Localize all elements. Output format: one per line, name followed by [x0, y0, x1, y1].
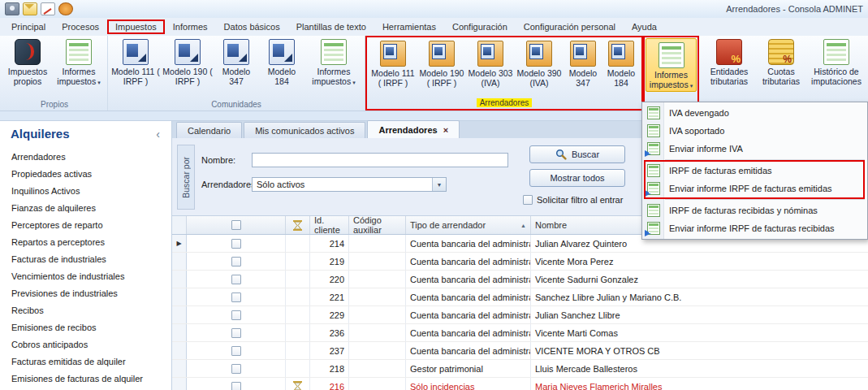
ribbon-button[interactable]: Modelo 184▾ — [602, 37, 640, 88]
sidebar-item[interactable]: Recibos — [0, 302, 171, 319]
row-checkbox[interactable] — [231, 239, 241, 249]
ribbon-group-label: Propios — [3, 99, 106, 110]
ribbon-button[interactable]: Modelo 190 ( IRPF )▾ — [162, 36, 214, 86]
column-header-id[interactable]: Id. cliente — [310, 216, 349, 234]
menu-item[interactable]: Enviar informe IRPF de facturas emitidas — [642, 180, 867, 197]
ribbon-button[interactable]: Cuotas tributarias▾ — [756, 36, 806, 86]
arrendadores-select[interactable]: Sólo activos ▼ — [252, 177, 447, 192]
column-header-tipo[interactable]: Tipo de arrendador▲ — [406, 216, 531, 234]
ribbon-button[interactable]: Modelo 347▾ — [564, 37, 602, 88]
ribbon-button[interactable]: Modelo 111 ( IRPF )▾ — [369, 37, 417, 88]
ribbon-button-icon — [269, 39, 295, 65]
menu-tab[interactable]: Herramientas — [374, 20, 444, 34]
sidebar-item[interactable]: Inquilinos Activos — [0, 183, 171, 200]
sidebar-item[interactable]: Facturas emitidas de alquiler — [0, 353, 171, 370]
ribbon-button[interactable]: Modelo 347▾ — [214, 36, 259, 86]
collapse-sidebar-icon[interactable]: ‹ — [153, 128, 163, 141]
row-checkbox[interactable] — [231, 275, 241, 284]
sidebar-item[interactable]: Facturas de industriales — [0, 251, 171, 268]
row-checkbox[interactable] — [231, 257, 241, 266]
select-all-checkbox[interactable] — [231, 220, 241, 230]
row-checkbox[interactable] — [231, 292, 241, 302]
table-row[interactable]: ▶ 221 Cuenta bancaria del administrador … — [172, 288, 868, 306]
close-tab-icon[interactable]: × — [443, 125, 448, 135]
table-row[interactable]: ▶ 237 Cuenta bancaria del administrador … — [172, 342, 868, 360]
report-icon — [659, 42, 684, 68]
sidebar-item[interactable]: Emisiones de facturas de alquiler — [0, 370, 171, 388]
sidebar-item[interactable]: Emisiones de recibos — [0, 319, 171, 336]
row-checkbox[interactable] — [231, 382, 241, 390]
ribbon-button[interactable]: Modelo 111 ( IRPF )▾ — [110, 36, 162, 86]
ribbon-button[interactable]: Impuestos propios▾ — [3, 36, 52, 86]
ribbon-group-label: Comunidades — [110, 99, 363, 110]
table-row[interactable]: ▶ 219 Cuenta bancaria del administrador … — [172, 253, 868, 271]
ribbon: Impuestos propios▾ Informes impuestos▾ P… — [0, 36, 868, 111]
ribbon-button[interactable]: Informes impuestos▾ — [304, 36, 363, 88]
table-row[interactable]: ▶ 236 Cuenta bancaria del administrador … — [172, 324, 868, 342]
table-row[interactable]: ▶ 218 Gestor patrimonial Lluis Mercade B… — [172, 360, 868, 378]
mail-icon[interactable] — [23, 2, 37, 15]
ribbon-button[interactable]: Informes impuestos▾ — [52, 36, 106, 88]
speaker-icon[interactable] — [58, 2, 73, 15]
search-icon — [555, 149, 567, 160]
row-checkbox[interactable] — [231, 346, 241, 356]
arrendadores-table: Id. cliente Código auxiliar Tipo de arre… — [172, 216, 868, 390]
menu-item[interactable]: IRPF de facturas recibidas y nóminas — [642, 202, 867, 219]
notes-icon[interactable] — [41, 2, 55, 15]
ribbon-button-icon — [123, 39, 149, 65]
menu-item[interactable]: IVA devengado — [642, 104, 867, 122]
sidebar-item[interactable]: Arrendadores — [0, 149, 171, 166]
table-row[interactable]: ▶ 216 Sólo incidencias Maria Nieves Flam… — [172, 378, 868, 390]
row-checkbox[interactable] — [231, 310, 241, 320]
mostrar-todos-button[interactable]: Mostrar todos — [529, 169, 625, 187]
ribbon-button-icon — [526, 41, 552, 67]
ribbon-button[interactable]: Histórico de imputaciones▾ — [806, 36, 866, 86]
sidebar-item[interactable]: Propiedades activas — [0, 166, 171, 183]
row-checkbox[interactable] — [231, 364, 241, 374]
menu-item[interactable]: IRPF de facturas emitidas — [642, 162, 867, 180]
cell-tipo-arrendador: Cuenta bancaria del administrador — [406, 235, 531, 252]
menu-item[interactable]: Enviar informe IRPF de facturas recibida… — [642, 219, 867, 237]
menu-tab[interactable]: Impuestos — [107, 20, 165, 34]
ribbon-button[interactable]: Modelo 303 (IVA)▾ — [466, 37, 515, 88]
incidents-column-header[interactable] — [286, 216, 310, 234]
ribbon-button-informes-impuestos[interactable]: Informes impuestos▾ — [646, 38, 697, 92]
menu-tab[interactable]: Principal — [3, 20, 54, 34]
row-checkbox[interactable] — [231, 328, 241, 338]
chevron-down-icon[interactable]: ▼ — [432, 178, 446, 191]
sidebar-item[interactable]: Perceptores de reparto — [0, 217, 171, 234]
menu-tab[interactable]: Configuración — [444, 20, 516, 34]
solicitar-filtro-checkbox[interactable] — [523, 195, 533, 205]
buscar-button[interactable]: Buscar — [529, 145, 625, 163]
menu-tab[interactable]: Ayuda — [624, 20, 665, 34]
sidebar-item[interactable]: Fianzas de alquileres — [0, 200, 171, 217]
document-tab[interactable]: Arrendadores × — [367, 120, 460, 138]
sidebar-item[interactable]: Cobros anticipados — [0, 336, 171, 353]
informes-impuestos-dropdown-menu: IVA devengado IVA soportado Enviar infor… — [641, 102, 868, 240]
document-tab[interactable]: Calendario × — [176, 122, 242, 138]
camera-icon[interactable] — [5, 2, 19, 15]
menu-item[interactable]: IVA soportado — [642, 122, 867, 140]
current-row-arrow-icon: ▶ — [176, 240, 181, 247]
document-tab[interactable]: Mis comunicados activos × — [244, 122, 365, 138]
sidebar-item[interactable]: Repartos a perceptores — [0, 234, 171, 251]
cell-tipo-arrendador: Cuenta bancaria del administrador — [406, 342, 531, 359]
nombre-input[interactable] — [252, 153, 508, 167]
column-header-codigo[interactable]: Código auxiliar — [349, 216, 406, 234]
menu-item[interactable]: Enviar informe IVA — [642, 140, 867, 158]
sidebar-item[interactable]: Vencimientos de industriales — [0, 268, 171, 285]
ribbon-button-icon — [429, 41, 455, 67]
ribbon-group-arrendadores: Modelo 111 ( IRPF )▾ Modelo 190 ( IRPF )… — [365, 36, 643, 110]
ribbon-button[interactable]: Entidades tributarias▾ — [702, 36, 756, 86]
menu-tab[interactable]: Procesos — [54, 20, 107, 34]
table-row[interactable]: ▶ 229 Cuenta bancaria del administrador … — [172, 306, 868, 324]
menu-tab[interactable]: Informes — [165, 20, 216, 34]
table-row[interactable]: ▶ 220 Cuenta bancaria del administrador … — [172, 271, 868, 288]
menu-tab[interactable]: Configuración personal — [516, 20, 624, 34]
menu-tab[interactable]: Plantillas de texto — [288, 20, 374, 34]
menu-tab[interactable]: Datos básicos — [216, 20, 288, 34]
ribbon-button[interactable]: Modelo 184▾ — [259, 36, 304, 86]
ribbon-button[interactable]: Modelo 190 ( IRPF )▾ — [417, 37, 466, 88]
sidebar-item[interactable]: Previsiones de industriales — [0, 285, 171, 302]
ribbon-button[interactable]: Modelo 390 (IVA)▾ — [515, 37, 564, 88]
